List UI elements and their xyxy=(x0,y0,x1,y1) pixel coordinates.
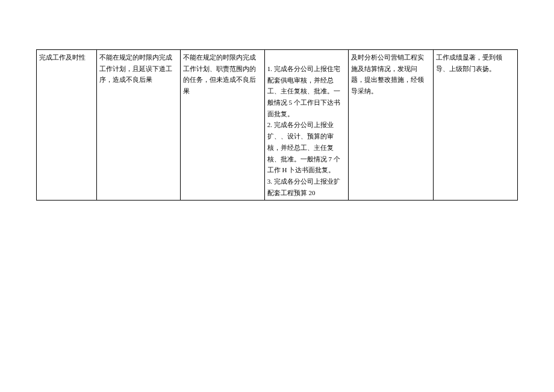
table-row: 完成工作及时性 不能在规定的时限内完成工作计划，且延误下道工序，造成不良后果 不… xyxy=(37,50,518,201)
cell-criteria: 完成工作及时性 xyxy=(37,50,97,201)
level-3-item-2: 2. 完成各分公司上报业扩、、设计、预算的审核，并经总工、主任复核、批准。一般情… xyxy=(267,119,346,175)
cell-level-1: 不能在规定的时限内完成工作计划，且延误下道工序，造成不良后果 xyxy=(97,50,181,201)
level-4-text: 及时分析公司营销工程实施及结算情况，发现问题，提出整改措施，经领导采纳。 xyxy=(351,54,424,95)
cell-level-5: 工作成绩显著，受到领导、上级部门表扬。 xyxy=(433,50,517,201)
level-3-item-3: 3. 完成各分公司上报业扩配套工程预算 20 xyxy=(267,176,346,198)
criteria-label: 完成工作及时性 xyxy=(39,54,86,61)
level-2-text: 不能在规定的时限内完成工作计划、职责范围内的的任务，但未造成不良后果 xyxy=(183,54,256,95)
cell-level-2: 不能在规定的时限内完成工作计划、职责范围内的的任务，但未造成不良后果 xyxy=(181,50,264,201)
cell-level-4: 及时分析公司营销工程实施及结算情况，发现问题，提出整改措施，经领导采纳。 xyxy=(349,50,433,201)
evaluation-table: 完成工作及时性 不能在规定的时限内完成工作计划，且延误下道工序，造成不良后果 不… xyxy=(36,49,518,201)
level-1-text: 不能在规定的时限内完成工作计划，且延误下道工序，造成不良后果 xyxy=(99,54,172,83)
level-3-item-1: 1. 完成各分公司上报住宅配套供电审核，并经总工、主任复核、批准。一般情况 5 … xyxy=(267,63,346,119)
level-5-text: 工作成绩显著，受到领导、上级部门表扬。 xyxy=(436,54,502,72)
cell-level-3: 1. 完成各分公司上报住宅配套供电审核，并经总工、主任复核、批准。一般情况 5 … xyxy=(264,50,348,201)
